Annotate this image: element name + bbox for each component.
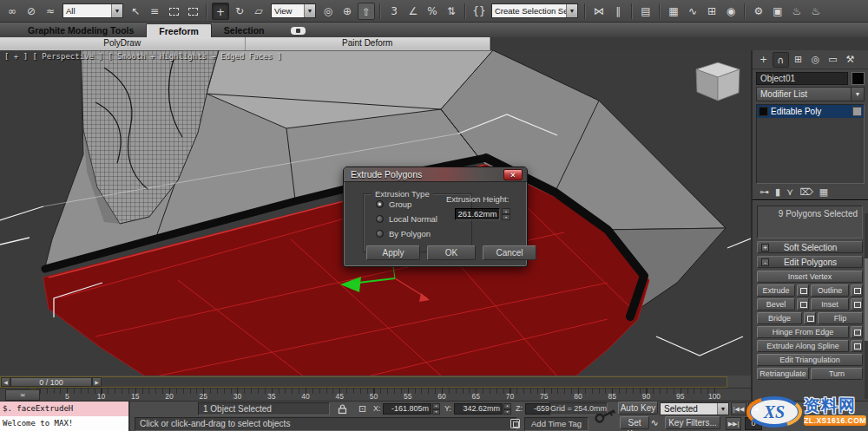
- absolute-offset-toggle-icon[interactable]: ⊡: [356, 402, 369, 415]
- object-name-field[interactable]: Object01: [756, 72, 848, 85]
- render-production-icon[interactable]: ♨: [788, 3, 806, 20]
- x-coordinate-field[interactable]: -161.805m: [383, 403, 431, 415]
- set-keys-key-icon[interactable]: [592, 402, 618, 428]
- rollout-soft-selection[interactable]: +Soft Selection: [757, 241, 863, 253]
- select-by-name-icon[interactable]: ≡: [146, 3, 163, 20]
- radio-icon[interactable]: [376, 200, 384, 208]
- dialog-title-bar[interactable]: Extrude Polygons ×: [344, 167, 527, 182]
- angle-snap-icon[interactable]: ∠: [404, 3, 422, 20]
- extrude-settings-icon[interactable]: [797, 284, 809, 297]
- layer-manager-icon[interactable]: ▤: [637, 3, 654, 20]
- graphite-ribbon-toggle-icon[interactable]: ▦: [665, 3, 682, 20]
- open-mini-curve-editor-button[interactable]: ≍: [5, 389, 40, 401]
- ribbon-subtab-polydraw[interactable]: PolyDraw: [0, 37, 246, 50]
- unlink-selection-icon[interactable]: ⊘: [23, 3, 40, 20]
- ribbon-tab-graphite-modeling-tools[interactable]: Graphite Modeling Tools: [16, 23, 146, 37]
- key-filters-button[interactable]: Key Filters...: [665, 416, 720, 429]
- playback-button[interactable]: |◀◀: [731, 402, 746, 415]
- selection-filter-dropdown[interactable]: All▼: [62, 3, 123, 18]
- inset-settings-icon[interactable]: [851, 298, 863, 310]
- modifier-display-toggle[interactable]: [852, 107, 862, 116]
- utilities-tab[interactable]: ⚒: [842, 52, 858, 68]
- motion-tab[interactable]: ◎: [807, 52, 824, 68]
- display-tab[interactable]: ▭: [825, 52, 841, 68]
- spinner-snap-icon[interactable]: ⇅: [443, 3, 460, 20]
- stack-item-editable-poly[interactable]: Editable Poly: [757, 105, 864, 118]
- percent-snap-icon[interactable]: %: [424, 3, 441, 20]
- auto-key-button[interactable]: Auto Key: [618, 402, 658, 415]
- add-time-tag-field[interactable]: Add Time Tag: [524, 417, 589, 431]
- extrude-button[interactable]: Extrude: [757, 284, 795, 297]
- retriangulate-button[interactable]: Retriangulate: [757, 368, 809, 380]
- extrusion-height-input[interactable]: 261.62mm: [455, 208, 500, 220]
- mirror-icon[interactable]: ⋈: [590, 3, 608, 20]
- select-and-scale-icon[interactable]: ▱: [250, 3, 267, 20]
- hinge-from-edge-settings-icon[interactable]: [851, 326, 863, 338]
- render-setup-icon[interactable]: ⚙: [750, 3, 767, 20]
- material-editor-icon[interactable]: ◉: [722, 3, 740, 20]
- x-spinner[interactable]: ▴▾: [432, 403, 440, 415]
- rollout-expand-icon[interactable]: -: [761, 258, 769, 266]
- show-end-result-icon[interactable]: ▮: [775, 186, 780, 198]
- edit-named-selection-sets-icon[interactable]: {}: [470, 3, 488, 20]
- bevel-button[interactable]: Bevel: [757, 298, 795, 310]
- outline-button[interactable]: Outline: [811, 284, 849, 297]
- default-in-out-tangents-icon[interactable]: ∿: [648, 417, 661, 428]
- reference-coordinate-system-dropdown[interactable]: View▼: [271, 3, 316, 18]
- insert-vertex-button[interactable]: Insert Vertex: [757, 271, 863, 283]
- rollout-edit-polygons[interactable]: -Edit Polygons: [757, 256, 863, 268]
- close-icon[interactable]: ×: [503, 169, 523, 180]
- outline-settings-icon[interactable]: [851, 284, 863, 297]
- extrude-along-spline-button[interactable]: Extrude Along Spline: [757, 340, 849, 352]
- bridge-settings-icon[interactable]: [804, 312, 816, 324]
- ribbon-tab-freeform[interactable]: Freeform: [146, 23, 212, 37]
- pin-stack-icon[interactable]: ⊶: [760, 186, 769, 198]
- y-coordinate-field[interactable]: 342.62mm: [454, 403, 503, 415]
- perspective-viewport[interactable]: [ + ] [ Perspective ] [ Smooth + Highlig…: [0, 50, 751, 375]
- time-slider-prev-icon[interactable]: ◀: [1, 377, 10, 387]
- extrusion-height-spinner[interactable]: ▴ ▾: [502, 208, 510, 220]
- maxscript-listener-line2[interactable]: Welcome to MAX!: [0, 416, 130, 431]
- use-pivot-point-center-icon[interactable]: ◎: [319, 3, 337, 20]
- ribbon-tab-selection[interactable]: Selection: [212, 23, 277, 37]
- bridge-button[interactable]: Bridge: [757, 312, 802, 324]
- key-mode-dropdown[interactable]: Selected ▼: [660, 402, 729, 415]
- y-spinner[interactable]: ▴▾: [503, 403, 511, 415]
- snaps-toggle-icon[interactable]: 3: [385, 3, 403, 20]
- inset-button[interactable]: Inset: [811, 298, 849, 310]
- spinner-down-icon[interactable]: ▾: [502, 214, 510, 220]
- selection-lock-icon[interactable]: [337, 403, 348, 415]
- remove-modifier-icon[interactable]: ⌦: [799, 186, 813, 198]
- time-slider-thumb[interactable]: 0 / 100: [10, 377, 92, 387]
- configure-modifier-sets-icon[interactable]: ▦: [819, 186, 828, 198]
- render-iterative-icon[interactable]: ♨: [807, 3, 825, 20]
- extrude-along-spline-settings-icon[interactable]: [851, 340, 863, 352]
- radio-icon[interactable]: [376, 230, 384, 238]
- ribbon-minimize-icon[interactable]: [291, 27, 306, 35]
- modifier-stack[interactable]: Editable Poly: [756, 104, 865, 184]
- rollout-expand-icon[interactable]: +: [761, 244, 769, 251]
- select-and-move-icon[interactable]: +: [212, 3, 229, 20]
- rendered-frame-window-icon[interactable]: ▣: [769, 3, 786, 20]
- flip-button[interactable]: Flip: [818, 312, 863, 324]
- panel-scrollbar-thumb[interactable]: [865, 258, 868, 341]
- align-icon[interactable]: ∥: [609, 3, 627, 20]
- curve-editor-icon[interactable]: ∿: [684, 3, 701, 20]
- turn-button[interactable]: Turn: [811, 368, 863, 380]
- spinner-up-icon[interactable]: ▴: [502, 208, 510, 214]
- window-crossing-toggle-icon[interactable]: [184, 3, 201, 20]
- hierarchy-tab[interactable]: ⊞: [790, 52, 806, 68]
- select-and-rotate-icon[interactable]: ↻: [231, 3, 248, 20]
- time-slider-next-icon[interactable]: ▶: [92, 377, 102, 387]
- keyboard-shortcut-override-icon[interactable]: ⇧: [358, 3, 375, 20]
- modifier-list-dropdown[interactable]: Modifier List ▼: [756, 87, 865, 101]
- edit-triangulation-button[interactable]: Edit Triangulation: [757, 354, 863, 366]
- schematic-view-icon[interactable]: ⊞: [703, 3, 720, 20]
- rectangular-selection-region-icon[interactable]: [165, 3, 182, 20]
- modify-tab[interactable]: ∩: [773, 52, 789, 68]
- playback-button[interactable]: ▶▶|: [726, 417, 741, 430]
- maxscript-listener-line1[interactable]: $. faceExtrudeH: [0, 402, 130, 416]
- make-unique-icon[interactable]: ⋎: [786, 186, 793, 198]
- select-object-icon[interactable]: ↖: [127, 3, 144, 20]
- select-and-manipulate-icon[interactable]: ⊕: [339, 3, 356, 20]
